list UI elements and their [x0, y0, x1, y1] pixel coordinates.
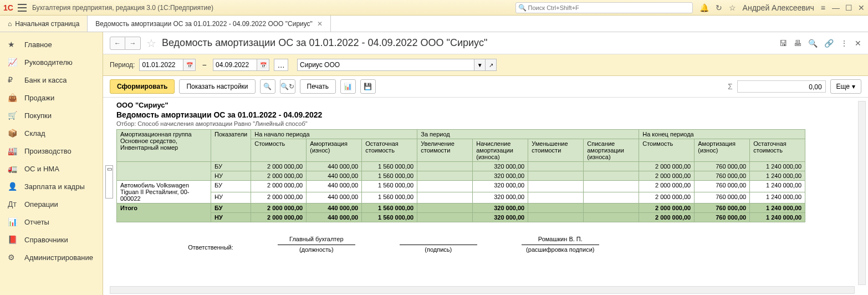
tools-row: Сформировать Показать настройки 🔍 🔍↻ Печ… [103, 76, 868, 98]
sidebar-label: Отчеты [24, 218, 49, 226]
nav-fwd-button[interactable]: → [125, 37, 141, 50]
sidebar-icon: 👜 [8, 93, 18, 102]
form-button[interactable]: Сформировать [110, 79, 175, 94]
report-title: Ведомость амортизации ОС за 01.01.2022 -… [162, 37, 487, 49]
preview-icon[interactable]: 🔍 [808, 39, 818, 48]
sidebar-label: Администрирование [24, 253, 93, 262]
close-button[interactable]: ✕ [858, 3, 865, 12]
date-sep: – [202, 61, 206, 69]
sidebar-label: Производство [24, 147, 72, 155]
sidebar-item-9[interactable]: ДтОперации [0, 195, 103, 213]
total-nu-row: НУ 2 000 000,00440 000,001 560 000,00 32… [117, 213, 805, 222]
history-icon[interactable]: ↻ [716, 3, 722, 12]
period-picker-button[interactable]: … [274, 59, 288, 71]
sidebar-item-2[interactable]: ₽Банк и касса [0, 71, 103, 89]
sidebar-item-10[interactable]: 📊Отчеты [0, 213, 103, 231]
settings-button[interactable]: Показать настройки [179, 79, 255, 94]
sidebar-label: Банк и касса [24, 76, 67, 84]
tab-report[interactable]: Ведомость амортизации ОС за 01.01.2022 -… [88, 16, 331, 32]
sidebar-label: Справочники [24, 236, 68, 244]
date-to[interactable]: 📅 [213, 59, 269, 71]
sidebar-label: Зарплата и кадры [24, 182, 85, 191]
col-end: На конец периода [639, 130, 805, 139]
outline-toggle[interactable]: ▭ [105, 165, 113, 199]
sigma-value: 0,00 [737, 80, 826, 93]
menu-icon[interactable] [18, 4, 27, 12]
sidebar-icon: 📦 [8, 129, 18, 138]
org-dropdown-icon[interactable]: ▼ [474, 59, 486, 71]
sum-bu-row: БУ 2 000 000,00440 000,001 560 000,00 32… [117, 162, 805, 171]
sidebar-item-0[interactable]: ★Главное [0, 35, 103, 53]
chart-button[interactable]: 📊 [340, 79, 356, 94]
sidebar-item-3[interactable]: 👜Продажи [0, 89, 103, 106]
close-panel-icon[interactable]: ✕ [855, 39, 861, 48]
params-bar: Период: 📅 – 📅 … ▼ ↗ [103, 54, 868, 76]
sidebar-item-12[interactable]: ⚙Администрирование [0, 248, 103, 266]
sidebar-item-5[interactable]: 📦Склад [0, 124, 103, 142]
tab-home-label: Начальная страница [15, 20, 79, 28]
logo-1c: 1C [3, 3, 13, 12]
tab-close-icon[interactable]: ✕ [317, 20, 323, 28]
col-start: На начало периода [251, 130, 417, 139]
find-button[interactable]: 🔍 [260, 79, 275, 94]
sidebar-item-8[interactable]: 👤Зарплата и кадры [0, 177, 103, 195]
org-open-icon[interactable]: ↗ [486, 59, 497, 71]
print-button[interactable]: Печать [300, 79, 336, 94]
favorite-star-icon[interactable]: ☆ [146, 37, 156, 50]
sidebar-icon: 🛒 [8, 111, 18, 120]
more-icon[interactable]: ⋮ [840, 39, 848, 48]
bell-icon[interactable]: 🔔 [699, 3, 709, 12]
sidebar-item-11[interactable]: 📕Справочники [0, 231, 103, 248]
minimize-button[interactable]: — [832, 3, 840, 12]
org-input[interactable] [297, 59, 474, 71]
nav-buttons: ← → [110, 37, 141, 50]
scrollbar-horizontal[interactable] [110, 286, 855, 294]
asset-nu-row[interactable]: НУ 2 000 000,00440 000,001 560 000,00 32… [117, 192, 805, 204]
sidebar-icon: ₽ [8, 75, 18, 84]
search-input[interactable] [515, 2, 693, 13]
link-icon[interactable]: 🔗 [824, 39, 834, 48]
find-next-button[interactable]: 🔍↻ [280, 79, 295, 94]
disk-button[interactable]: 💾 [360, 79, 376, 94]
username[interactable]: Андрей Алексеевич [743, 3, 814, 12]
calendar-icon[interactable]: 📅 [257, 59, 269, 71]
asset-bu-row[interactable]: Автомобиль Volkswagen Tiguan II Рестайли… [117, 181, 805, 192]
sidebar-label: ОС и НМА [24, 165, 59, 173]
date-from-input[interactable] [139, 59, 183, 71]
sidebar-item-4[interactable]: 🛒Покупки [0, 106, 103, 124]
sidebar-item-6[interactable]: 🏭Производство [0, 142, 103, 160]
nav-back-button[interactable]: ← [110, 37, 125, 50]
star-icon[interactable]: ☆ [729, 3, 736, 12]
maximize-button[interactable]: ☐ [845, 3, 852, 12]
calendar-icon[interactable]: 📅 [183, 59, 196, 71]
sidebar-icon: ⚙ [8, 253, 18, 262]
print-icon[interactable]: 🖶 [794, 39, 801, 48]
filter-text: Отбор: Способ начисления амортизации Рав… [116, 120, 861, 127]
app-title: Бухгалтерия предприятия, редакция 3.0 (1… [32, 4, 213, 12]
tab-home[interactable]: ⌂ Начальная страница [0, 16, 88, 32]
chevron-down-icon: ▾ [852, 83, 855, 90]
sidebar-icon: 🚛 [8, 164, 18, 173]
title-icons: 🔔 ↻ ☆ Андрей Алексеевич ≡ [699, 3, 825, 12]
date-to-input[interactable] [213, 59, 257, 71]
more-button[interactable]: Еще▾ [830, 79, 861, 94]
settings-icon[interactable]: ≡ [821, 3, 825, 12]
sidebar-icon: 📈 [8, 58, 18, 67]
tab-report-label: Ведомость амортизации ОС за 01.01.2022 -… [95, 20, 313, 28]
report-body: ООО "Сириус" Ведомость амортизации ОС за… [103, 98, 868, 295]
scrollbar-vertical[interactable] [858, 101, 866, 285]
global-search[interactable]: 🔍 [515, 2, 693, 13]
sidebar-item-1[interactable]: 📈Руководителю [0, 53, 103, 71]
sidebar-label: Продажи [24, 94, 54, 102]
date-from[interactable]: 📅 [139, 59, 196, 71]
report-name: Ведомость амортизации ОС за 01.01.2022 -… [116, 110, 861, 119]
sidebar-label: Операции [24, 200, 58, 208]
save-icon[interactable]: 🖫 [779, 39, 787, 48]
org-select[interactable]: ▼ ↗ [297, 59, 497, 71]
report-table: Амортизационная группаОсновное средство,… [116, 129, 805, 222]
sig-position-label: (должность) [278, 245, 355, 253]
col-ind: Показатели [211, 130, 251, 162]
col-group: Амортизационная группаОсновное средство,… [117, 130, 211, 162]
report-header: ← → ☆ Ведомость амортизации ОС за 01.01.… [103, 32, 868, 54]
sidebar-item-7[interactable]: 🚛ОС и НМА [0, 160, 103, 177]
